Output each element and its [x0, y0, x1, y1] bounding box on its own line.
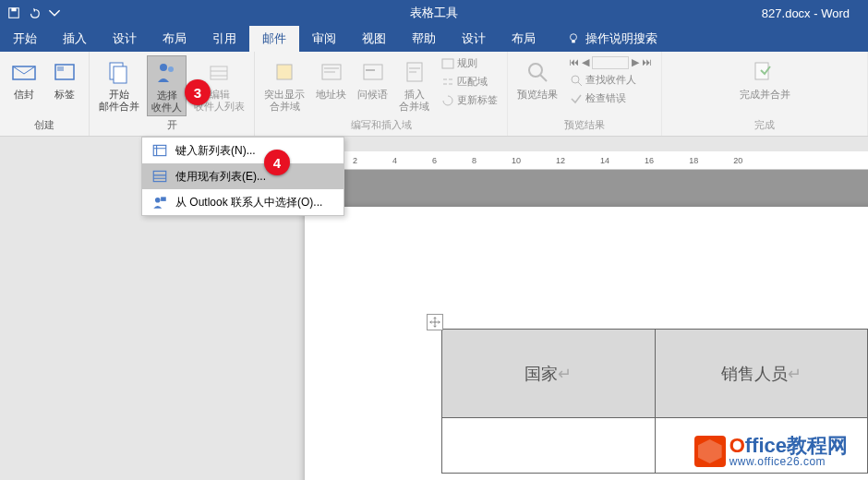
edit-list-icon — [205, 57, 235, 87]
svg-point-10 — [168, 66, 174, 72]
choose-outlook-contacts-item[interactable]: 从 Outlook 联系人中选择(O)... — [142, 189, 344, 215]
ribbon-group-create: 信封 标签 创建 — [0, 52, 90, 136]
use-existing-list-item[interactable]: 使用现有列表(E)... — [142, 163, 344, 189]
tab-references[interactable]: 引用 — [199, 26, 249, 52]
last-record-icon: ⏭ — [642, 56, 652, 68]
tab-table-design[interactable]: 设计 — [449, 26, 499, 52]
tab-layout[interactable]: 布局 — [150, 26, 199, 52]
svg-rect-12 — [277, 65, 292, 79]
address-block-button: 地址块 — [312, 55, 350, 102]
watermark-logo: Office教程网 www.office26.com — [694, 436, 848, 467]
prev-record-icon: ◀ — [582, 56, 589, 68]
tab-design[interactable]: 设计 — [100, 26, 150, 52]
find-icon — [569, 73, 584, 88]
check-errors-button: 检查错误 — [565, 90, 656, 107]
tab-home[interactable]: 开始 — [0, 26, 50, 52]
ribbon-group-start-merge: 开始 邮件合并 选择 收件人 编辑 收件人列表 开 — [90, 52, 255, 136]
tab-mailings[interactable]: 邮件 — [249, 26, 299, 52]
check-icon — [569, 91, 584, 106]
greeting-line-button: 问候语 — [354, 55, 392, 102]
ribbon-group-finish: 完成并合并 完成 — [662, 52, 868, 136]
merge-field-icon — [400, 57, 429, 87]
group-label-create: 创建 — [6, 118, 83, 134]
tab-table-layout[interactable]: 布局 — [499, 26, 549, 52]
select-recipients-dropdown: 键入新列表(N)... 使用现有列表(E)... 从 Outlook 联系人中选… — [141, 137, 344, 216]
svg-rect-1 — [11, 8, 16, 12]
svg-rect-21 — [153, 171, 166, 181]
svg-rect-6 — [57, 66, 64, 71]
svg-rect-11 — [211, 66, 227, 79]
group-label-fields: 编写和插入域 — [260, 118, 501, 134]
rules-button: 规则 — [437, 55, 501, 72]
svg-point-2 — [571, 34, 577, 41]
group-label-start: 开 — [95, 118, 248, 134]
office-logo-icon — [694, 436, 726, 467]
first-record-icon: ⏮ — [569, 56, 579, 68]
annotation-badge-4: 4 — [264, 150, 290, 175]
tab-view[interactable]: 视图 — [349, 26, 399, 52]
tab-review[interactable]: 审阅 — [299, 26, 349, 52]
svg-rect-20 — [153, 145, 166, 155]
update-icon — [440, 93, 455, 108]
insert-merge-field-button: 插入 合并域 — [395, 55, 433, 114]
highlight-icon — [270, 57, 299, 87]
preview-icon — [523, 57, 552, 87]
start-mail-merge-button[interactable]: 开始 邮件合并 — [95, 55, 143, 114]
rules-icon — [440, 56, 455, 71]
ribbon-tabs: 开始 插入 设计 布局 引用 邮件 审阅 视图 帮助 设计 布局 操作说明搜索 — [0, 26, 868, 52]
tell-me-search[interactable]: 操作说明搜索 — [567, 26, 657, 52]
svg-rect-23 — [161, 197, 166, 201]
save-icon[interactable] — [7, 6, 20, 19]
svg-rect-3 — [572, 41, 575, 43]
finish-icon — [750, 57, 779, 87]
title-bar: 表格工具 827.docx - Word — [0, 0, 868, 26]
svg-point-17 — [529, 64, 542, 77]
svg-point-18 — [572, 76, 579, 83]
quick-access-toolbar — [0, 6, 61, 19]
qat-dropdown-icon[interactable] — [48, 6, 61, 19]
svg-point-22 — [155, 198, 161, 203]
preview-results-button: 预览结果 — [513, 55, 561, 102]
paragraph-mark-icon: ↵ — [788, 365, 802, 383]
paragraph-mark-icon: ↵ — [558, 365, 572, 383]
envelopes-button[interactable]: 信封 — [6, 55, 42, 102]
address-icon — [317, 57, 346, 87]
next-record-icon: ▶ — [632, 56, 639, 68]
lightbulb-icon — [567, 32, 580, 45]
labels-button[interactable]: 标签 — [46, 55, 83, 102]
table-header-cell[interactable]: 国家↵ — [442, 330, 656, 418]
new-list-icon — [151, 142, 168, 159]
find-recipient-button: 查找收件人 — [565, 72, 656, 89]
tab-help[interactable]: 帮助 — [399, 26, 449, 52]
outlook-contacts-icon — [151, 194, 168, 210]
finish-merge-button: 完成并合并 — [736, 55, 794, 102]
record-nav: ⏮ ◀ ▶ ⏭ — [565, 55, 656, 70]
document-title: 827.docx - Word — [762, 6, 850, 20]
mail-merge-icon — [104, 57, 134, 87]
recipients-icon — [152, 58, 182, 88]
contextual-tab-title: 表格工具 — [410, 5, 458, 21]
undo-icon[interactable] — [28, 6, 41, 19]
select-recipients-button[interactable]: 选择 收件人 — [147, 55, 187, 116]
envelope-icon — [9, 57, 39, 87]
greeting-icon — [358, 57, 388, 87]
annotation-badge-3: 3 — [185, 79, 211, 105]
update-labels-button: 更新标签 — [437, 92, 501, 109]
table-move-handle[interactable] — [427, 314, 443, 330]
ribbon-group-write-fields: 突出显示 合并域 地址块 问候语 插入 合并域 规则 匹配域 更新标签 编写和插… — [255, 52, 508, 136]
ribbon-group-preview: 预览结果 ⏮ ◀ ▶ ⏭ 查找收件人 检查错误 预览结果 — [508, 52, 662, 136]
svg-point-9 — [160, 64, 167, 71]
svg-rect-8 — [114, 66, 127, 83]
table-header-cell[interactable]: 销售人员↵ — [655, 330, 868, 418]
horizontal-ruler[interactable]: 2 4 6 8 10 12 14 16 18 20 — [307, 151, 868, 170]
match-fields-button: 匹配域 — [437, 74, 501, 90]
type-new-list-item[interactable]: 键入新列表(N)... — [142, 138, 344, 163]
label-icon — [50, 57, 79, 87]
group-label-finish: 完成 — [668, 118, 862, 134]
group-label-preview: 预览结果 — [513, 118, 656, 134]
match-icon — [440, 75, 455, 90]
tab-insert[interactable]: 插入 — [50, 26, 100, 52]
highlight-fields-button: 突出显示 合并域 — [260, 55, 308, 114]
svg-rect-14 — [364, 65, 382, 79]
table-cell[interactable] — [442, 418, 656, 474]
